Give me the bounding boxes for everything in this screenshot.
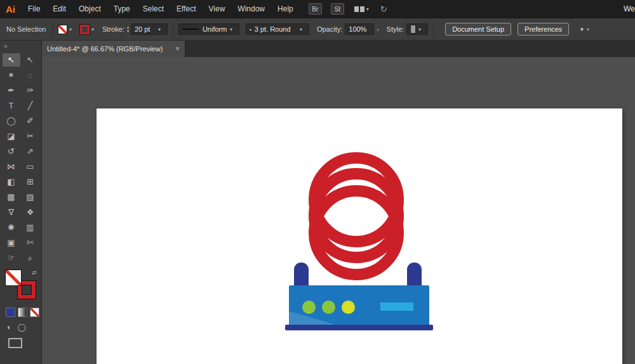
publish-icon[interactable]: ↻ (380, 4, 387, 14)
type-tool[interactable]: T (3, 99, 20, 112)
stock-button[interactable]: St (331, 3, 344, 15)
hand-tool[interactable]: ☞ (3, 251, 20, 264)
drawing-modes: ◐ ◯ (7, 323, 41, 332)
stroke-weight-dropdown-icon[interactable]: ▾ (158, 27, 161, 32)
line-segment-tool[interactable]: ╱ (22, 99, 39, 112)
brush-preview-dot: • (250, 27, 251, 32)
gradient-tool[interactable]: ▨ (22, 190, 39, 204)
direct-selection-tool[interactable]: ↖ (22, 53, 39, 67)
screen-mode-icon[interactable]: ◯ (17, 323, 25, 332)
menu-item-file[interactable]: File (22, 0, 46, 18)
canvas-area[interactable] (42, 57, 635, 364)
opacity-label: Opacity: (317, 25, 342, 33)
lasso-tool[interactable]: ◌ (22, 68, 39, 82)
selection-tool[interactable]: ↖ (3, 53, 20, 67)
brush-definition-dropdown[interactable]: • 3 pt. Round ▾ (246, 23, 309, 35)
swap-fill-stroke-icon[interactable]: ⇄ (32, 270, 37, 276)
arrange-documents-icon[interactable] (354, 6, 364, 12)
menu-item-edit[interactable]: Edit (46, 0, 72, 18)
none-button[interactable] (30, 308, 39, 317)
style-dropdown-icon[interactable]: ▾ (418, 27, 421, 32)
tab-close-icon[interactable]: × (175, 44, 180, 53)
menu-item-view[interactable]: View (203, 0, 232, 18)
router-light-green-1[interactable] (302, 301, 316, 314)
column-graph-tool[interactable]: ▥ (22, 221, 39, 234)
router-port-panel[interactable] (380, 302, 413, 311)
paintbrush-tool[interactable]: ✐ (22, 114, 39, 127)
document-tab-title: Untitled-4* @ 66.67% (RGB/Preview) (47, 45, 163, 53)
tools-panel: « ↖↖✶◌✒✑T╱◯✐◪✂↺⇗⋈▭◧⊞▦▨∇❖✺▥▣✄☞⌕ ⇄ ◐ ◯ (0, 41, 42, 364)
blend-tool[interactable]: ❖ (22, 205, 39, 219)
select-similar-icon[interactable]: ✦ (579, 25, 585, 34)
toolbar-fill-swatch[interactable] (5, 270, 22, 286)
width-profile-dropdown[interactable]: Uniform ▾ (178, 23, 239, 35)
change-screen-mode-icon[interactable] (8, 338, 22, 348)
divider (433, 22, 434, 36)
opacity-value: 100% (349, 25, 366, 33)
menu-item-select[interactable]: Select (137, 0, 170, 18)
paint-buttons (6, 308, 41, 317)
selection-status: No Selection (6, 25, 47, 33)
magic-wand-tool[interactable]: ✶ (3, 68, 20, 82)
eyedropper-tool[interactable]: ∇ (3, 205, 20, 219)
brush-definition-value: 3 pt. Round (255, 25, 291, 33)
artboard[interactable] (97, 108, 622, 364)
arrange-documents-dropdown-icon[interactable]: ▾ (366, 6, 369, 12)
workspace-label[interactable]: We (624, 4, 635, 13)
style-label: Style: (387, 25, 404, 33)
mesh-tool[interactable]: ▦ (3, 190, 20, 204)
scale-tool[interactable]: ⇗ (22, 145, 39, 158)
document-setup-button[interactable]: Document Setup (445, 23, 511, 36)
width-profile-dropdown-icon[interactable]: ▾ (230, 27, 232, 32)
eraser-tool[interactable]: ◪ (3, 129, 20, 143)
free-transform-tool[interactable]: ▭ (22, 160, 39, 173)
brush-dropdown-icon[interactable]: ▾ (300, 27, 302, 32)
menubar: Ai FileEditObjectTypeSelectEffectViewWin… (0, 0, 635, 18)
width-profile-preview (182, 29, 199, 30)
divider (52, 22, 53, 36)
style-swatch (410, 25, 416, 34)
stroke-weight-value: 20 pt (135, 25, 150, 33)
coil-ring-bottom[interactable] (309, 185, 404, 280)
width-tool[interactable]: ⋈ (3, 160, 20, 173)
curvature-tool[interactable]: ✑ (22, 84, 39, 97)
stroke-dropdown-icon[interactable]: ▾ (91, 27, 94, 32)
collapse-tools-icon[interactable]: « (0, 41, 41, 51)
menu-item-help[interactable]: Help (271, 0, 300, 18)
opacity-chevron-icon[interactable]: › (377, 26, 378, 33)
rotate-tool[interactable]: ↺ (3, 145, 20, 158)
stroke-color-swatch[interactable] (80, 25, 90, 34)
slice-tool[interactable]: ✄ (22, 236, 39, 249)
menu-item-object[interactable]: Object (72, 0, 107, 18)
drawing-mode-icon[interactable]: ◐ (7, 323, 11, 332)
width-profile-value: Uniform (203, 25, 227, 33)
perspective-grid-tool[interactable]: ⊞ (22, 175, 39, 188)
select-similar-dropdown-icon[interactable]: ▾ (587, 27, 589, 32)
color-button[interactable] (6, 308, 15, 317)
zoom-tool[interactable]: ⌕ (22, 251, 39, 264)
menu-item-type[interactable]: Type (107, 0, 137, 18)
document-tab-bar: Untitled-4* @ 66.67% (RGB/Preview) × (0, 41, 635, 57)
scissors-tool[interactable]: ✂ (22, 129, 39, 143)
shape-builder-tool[interactable]: ◧ (3, 175, 20, 188)
stroke-weight-stepper[interactable]: ▴▾ (127, 25, 129, 33)
fill-dropdown-icon[interactable]: ▾ (69, 27, 72, 32)
fill-color-swatch[interactable] (58, 25, 67, 34)
menu-item-window[interactable]: Window (231, 0, 271, 18)
symbol-sprayer-tool[interactable]: ✺ (3, 221, 20, 234)
router-base[interactable] (285, 325, 433, 330)
router-light-yellow[interactable] (342, 301, 355, 314)
fill-stroke-indicator: ⇄ (5, 270, 41, 301)
opacity-field[interactable]: 100% (345, 23, 374, 35)
gradient-button[interactable] (18, 308, 27, 317)
preferences-button[interactable]: Preferences (518, 23, 569, 36)
artboard-tool[interactable]: ▣ (3, 236, 20, 249)
ellipse-tool[interactable]: ◯ (3, 114, 20, 127)
stroke-weight-field[interactable]: 20 pt ▾ (131, 23, 168, 35)
bridge-button[interactable]: Br (309, 3, 322, 15)
pen-tool[interactable]: ✒ (3, 84, 20, 97)
document-tab[interactable]: Untitled-4* @ 66.67% (RGB/Preview) × (42, 41, 185, 57)
style-dropdown[interactable]: ▾ (406, 23, 428, 35)
menu-item-effect[interactable]: Effect (170, 0, 202, 18)
router-light-green-2[interactable] (322, 301, 335, 314)
